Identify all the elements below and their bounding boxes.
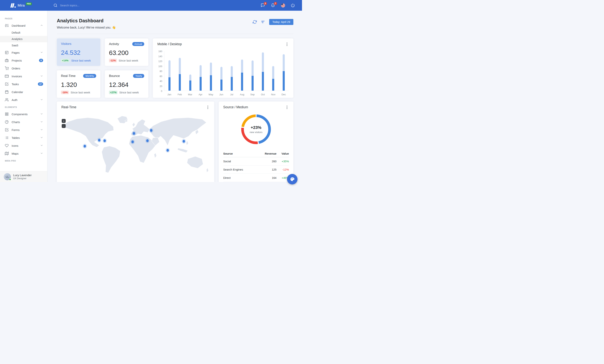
sliders-icon (5, 24, 9, 27)
filter-button[interactable] (261, 20, 265, 24)
bar-oct[interactable] (258, 51, 268, 91)
x-axis-labels: JanFebMarAprMayJunJulAugSepOctNovDec (164, 93, 289, 96)
map-marker-moscow[interactable] (150, 129, 152, 132)
world-map[interactable]: + - (61, 112, 210, 182)
palette-icon (290, 177, 295, 182)
map-marker-istanbul[interactable] (146, 139, 149, 142)
period-badge[interactable]: Monthly (83, 74, 96, 78)
stat-card-activity: Activity Annual 63.200 -12% Since last w… (105, 38, 148, 66)
chevron-up-icon (40, 24, 43, 27)
sidebar-item-default[interactable]: Default (0, 29, 47, 36)
stat-value: 12.364 (109, 81, 144, 88)
bar-nov[interactable] (268, 51, 278, 91)
sidebar-item-invoices[interactable]: Invoices (0, 72, 47, 80)
language-flag-icon[interactable] (281, 3, 285, 8)
map-marker-san-francisco[interactable] (84, 145, 86, 148)
chevron-down-icon (40, 98, 43, 102)
source-table: Source Revenue Value Social 260 +35% (223, 150, 289, 182)
avatar: LL (4, 173, 11, 180)
sidebar-section-pages: PAGES (0, 15, 47, 22)
realtime-map-card: Real-Time (57, 101, 214, 182)
period-badge[interactable]: Yearly (133, 74, 144, 78)
zoom-in-button[interactable]: + (62, 119, 66, 123)
kebab-menu-icon[interactable] (206, 105, 210, 109)
bar-feb[interactable] (175, 51, 185, 91)
sidebar-item-calendar[interactable]: Calendar (0, 88, 47, 96)
sidebar-item-dashboard[interactable]: Dashboard (0, 22, 47, 29)
delta-badge: +27% (109, 91, 117, 94)
filter-icon (261, 20, 265, 24)
sidebar-item-forms[interactable]: Forms (0, 126, 47, 134)
sidebar-item-projects[interactable]: Projects 8 (0, 56, 47, 64)
sidebar-item-orders[interactable]: Orders (0, 64, 47, 72)
delta-badge: +14% (61, 59, 69, 62)
map-marker-madrid[interactable] (131, 140, 134, 143)
notifications-button[interactable]: 7 (271, 3, 275, 8)
stat-value: 24.532 (61, 49, 96, 56)
page-title: Analytics Dashboard (57, 18, 116, 24)
bar-jun[interactable] (216, 51, 226, 91)
source-medium-card: Source / Medium +23% new visitors (219, 101, 293, 182)
refresh-button[interactable] (253, 20, 257, 24)
sidebar-item-saas[interactable]: SaaS (0, 42, 47, 49)
sidebar-section-mira-pro: MIRA PRO (0, 157, 47, 164)
world-map-svg (61, 112, 210, 182)
delta-badge: -12% (109, 59, 117, 62)
y-axis-labels: 160140120100806040200 (157, 51, 164, 91)
map-marker-new-york[interactable] (103, 139, 106, 142)
sidebar-item-pages[interactable]: Pages (0, 49, 47, 56)
layout-icon (5, 51, 9, 54)
bar-dec[interactable] (278, 51, 289, 91)
sidebar-item-analytics[interactable]: Analytics (0, 36, 47, 42)
chevron-down-icon (40, 113, 43, 116)
sidebar-item-charts[interactable]: Charts (0, 118, 47, 126)
stat-card-realtime: Real-Time Monthly 1.320 -18% Since last … (57, 70, 100, 98)
bar-jan[interactable] (164, 51, 175, 91)
notifications-badge: 7 (274, 2, 277, 5)
period-badge[interactable]: Annual (132, 42, 144, 46)
sidebar-user[interactable]: LL Lucy Lavender UX Designer (0, 171, 47, 182)
kebab-menu-icon[interactable] (285, 105, 289, 109)
map-marker-beijing[interactable] (183, 140, 185, 143)
table-row[interactable]: Direct 164 +46% (223, 174, 289, 182)
search-input[interactable] (60, 4, 105, 7)
sidebar-item-auth[interactable]: Auth (0, 96, 47, 104)
sidebar-item-tables[interactable]: Tables (0, 134, 47, 142)
calendar-icon (5, 90, 9, 94)
check-square-icon (5, 128, 9, 132)
bar-jul[interactable] (226, 51, 237, 91)
navbar-search[interactable] (53, 3, 261, 7)
brand[interactable]: Mira PRO (0, 3, 48, 8)
kebab-menu-icon[interactable] (285, 42, 289, 46)
table-row[interactable]: Social 260 +35% (223, 157, 289, 165)
sidebar-item-tasks[interactable]: Tasks 17 (0, 80, 47, 88)
sidebar-item-maps[interactable]: Maps (0, 150, 47, 157)
pie-chart-icon (5, 120, 9, 124)
table-row[interactable]: Search Engines 125 -12% (223, 165, 289, 174)
sidebar-item-icons[interactable]: Icons (0, 142, 47, 150)
map-marker-london[interactable] (133, 132, 135, 135)
map-marker-delhi[interactable] (166, 149, 169, 152)
map-marker-chicago[interactable] (98, 139, 101, 141)
bar-sep[interactable] (247, 51, 258, 91)
bar-mar[interactable] (185, 51, 195, 91)
user-role: UX Designer (13, 177, 32, 180)
sidebar-item-components[interactable]: Components (0, 110, 47, 118)
bar-apr[interactable] (195, 51, 206, 91)
check-square-icon (5, 82, 9, 86)
brand-name: Mira (18, 3, 25, 8)
messages-badge: 3 (264, 2, 267, 5)
date-button[interactable]: Today: April 29 (269, 19, 293, 25)
bar-may[interactable] (206, 51, 216, 91)
bar-plot (164, 51, 289, 91)
online-status-dot (9, 178, 11, 180)
briefcase-icon (5, 59, 9, 62)
bar-aug[interactable] (237, 51, 247, 91)
stat-value: 1.320 (61, 81, 96, 88)
pro-badge: PRO (26, 2, 32, 5)
zoom-out-button[interactable]: - (62, 124, 66, 128)
logout-button[interactable] (291, 3, 295, 8)
chevron-down-icon (40, 120, 43, 124)
messages-button[interactable]: 3 (261, 3, 265, 8)
stat-value: 63.200 (109, 49, 144, 56)
